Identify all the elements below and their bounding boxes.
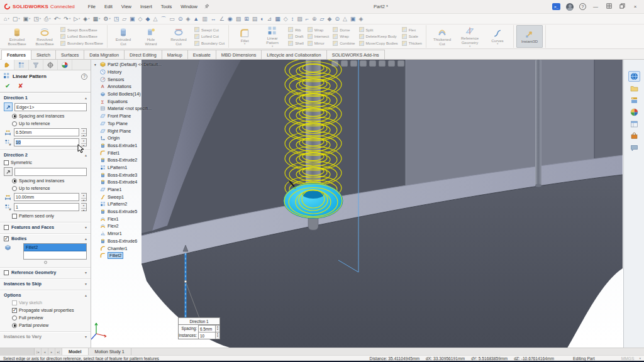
- quick-tool-icon[interactable]: ⊿: [267, 16, 272, 22]
- bodies-list-item[interactable]: Fillet2: [24, 244, 86, 251]
- display-style-icon[interactable]: [379, 60, 386, 67]
- pattern-seed-only-checkbox[interactable]: [12, 214, 17, 219]
- tree-item-boss-extrude6[interactable]: Boss-Extrude6: [94, 238, 162, 245]
- titlebar-tool-icon[interactable]: ⎙▾: [44, 16, 50, 22]
- appearances-scenes-tab[interactable]: [628, 107, 640, 118]
- custom-properties-tab[interactable]: [628, 119, 640, 129]
- previous-view-icon[interactable]: [350, 60, 357, 67]
- tab-evaluate[interactable]: Evaluate: [187, 50, 216, 59]
- expand-icon[interactable]: ▾: [85, 282, 87, 286]
- collapse-icon[interactable]: ▴: [85, 236, 87, 241]
- tab-surfaces[interactable]: Surfaces: [55, 50, 84, 59]
- direction2-reference-button[interactable]: [4, 167, 13, 176]
- partial-preview-radio[interactable]: [12, 323, 17, 328]
- lofted-cut-button[interactable]: Lofted Cut: [194, 34, 225, 39]
- thicken-button[interactable]: Thicken: [402, 41, 422, 46]
- tree-item-right-plane[interactable]: Right Plane: [94, 127, 162, 134]
- restore-button[interactable]: [618, 3, 626, 10]
- reference-geometry-checkbox[interactable]: [4, 270, 9, 275]
- tree-item-boss-extrude1[interactable]: Boss-Extrude1: [94, 142, 162, 150]
- dropdown-caret-icon[interactable]: ▾: [244, 43, 245, 45]
- menu-insert[interactable]: Insert: [136, 2, 157, 11]
- tab-lifecycle-and-collaboration[interactable]: Lifecycle and Collaboration: [261, 50, 326, 59]
- tree-item-part2-default-default[interactable]: ▾Part2 (Default) <<Default...: [94, 61, 162, 69]
- lofted-boss-base-button[interactable]: Lofted Boss/Base: [60, 34, 103, 39]
- move-copy-bodies-button[interactable]: Move/Copy Bodies: [359, 41, 398, 46]
- menu-window[interactable]: Window: [176, 2, 202, 11]
- expand-icon[interactable]: ▾: [85, 225, 87, 229]
- part-rod-right[interactable]: [535, 60, 541, 187]
- fillet-button[interactable]: Fillet▾: [231, 25, 258, 48]
- quick-tool-icon[interactable]: ◐: [260, 16, 264, 22]
- tab-scroll-button[interactable]: ▸|: [55, 348, 62, 355]
- collapse-icon[interactable]: ▴: [85, 153, 87, 157]
- tree-item-front-plane[interactable]: Front Plane: [94, 112, 162, 120]
- revolved-boss-base-button[interactable]: RevolvedBoss/Base: [31, 25, 58, 48]
- tab-sketch[interactable]: Sketch: [31, 50, 56, 59]
- callout-spinner[interactable]: ▲▼: [215, 325, 219, 332]
- tree-item-boss-extrude2[interactable]: Boss-Extrude2: [94, 156, 162, 164]
- tree-item-fillet1[interactable]: Fillet1: [94, 149, 162, 156]
- titlebar-tool-icon[interactable]: ↷▾: [64, 16, 70, 22]
- 3dexperience-launcher-icon[interactable]: >_: [552, 3, 560, 10]
- feature-manager-tab[interactable]: [14, 60, 29, 70]
- quick-tool-icon[interactable]: ∠: [219, 16, 225, 22]
- tree-item-top-plane[interactable]: Top Plane: [94, 120, 162, 128]
- tab-mbd-dimensions[interactable]: MBD Dimensions: [216, 50, 262, 59]
- menu-tools[interactable]: Tools: [157, 2, 177, 11]
- wrap-button[interactable]: Wrap: [333, 34, 355, 39]
- quick-tool-icon[interactable]: ↔: [211, 16, 216, 22]
- quick-tool-icon[interactable]: ▣: [350, 16, 356, 22]
- direction1-reference-button[interactable]: [4, 102, 13, 111]
- instances-skip-header[interactable]: Instances to Skip: [4, 281, 42, 287]
- status-units[interactable]: MMGS: [621, 356, 635, 361]
- quick-tool-icon[interactable]: ▨: [297, 16, 303, 22]
- menu-edit[interactable]: Edit: [100, 2, 117, 11]
- quick-tool-icon[interactable]: ⊙: [178, 16, 183, 22]
- extruded-cut-button[interactable]: ExtrudedCut: [110, 25, 136, 48]
- combine-button[interactable]: Combine: [333, 41, 355, 46]
- linear-pattern-button[interactable]: LinearPattern▾: [259, 25, 286, 48]
- curves-button[interactable]: Curves▾: [484, 25, 511, 48]
- titlebar-tool-icon[interactable]: ⚙▾: [103, 16, 110, 22]
- expand-icon[interactable]: ▾: [85, 270, 87, 275]
- quick-tool-icon[interactable]: △: [343, 16, 347, 22]
- tab-data-migration[interactable]: Data Migration: [84, 50, 125, 59]
- spacing-instances-radio2[interactable]: [12, 178, 17, 184]
- direction2-header[interactable]: Direction 2: [4, 152, 28, 158]
- minimize-button[interactable]: —: [592, 4, 599, 9]
- direction1-spacing-input[interactable]: 6.50mm: [14, 128, 79, 136]
- direction2-instances-input[interactable]: 1: [14, 203, 79, 211]
- spacing-instances-radio[interactable]: [12, 114, 17, 119]
- status-units-caret[interactable]: ▾: [639, 356, 641, 360]
- titlebar-tool-icon[interactable]: ▦▾: [93, 16, 101, 22]
- user-avatar[interactable]: [566, 3, 574, 11]
- full-preview-radio[interactable]: [12, 315, 17, 321]
- swept-boss-base-button[interactable]: Swept Boss/Base: [60, 27, 103, 32]
- tree-item-boss-extrude3[interactable]: Boss-Extrude3: [94, 171, 162, 178]
- titlebar-tool-icon[interactable]: ▢▾: [13, 16, 20, 22]
- bodies-header[interactable]: Bodies: [11, 236, 26, 241]
- tree-item-lpattern2[interactable]: LPattern2: [94, 200, 162, 208]
- dimxpert-manager-tab[interactable]: [43, 60, 58, 70]
- menu-view[interactable]: View: [117, 2, 136, 11]
- quick-tool-icon[interactable]: ▲: [193, 16, 199, 22]
- direction1-header[interactable]: Direction 1: [4, 95, 28, 101]
- titlebar-tool-icon[interactable]: ↶▾: [54, 16, 61, 22]
- quick-tool-icon[interactable]: ◈: [186, 16, 190, 22]
- tree-item-history[interactable]: History: [94, 69, 162, 76]
- spacing-spinner[interactable]: [81, 128, 87, 136]
- direction1-reference-input[interactable]: Edge<1>: [14, 103, 87, 111]
- quick-tool-icon[interactable]: ⊙: [335, 16, 340, 22]
- tab-scroll-button[interactable]: ◂: [42, 348, 48, 355]
- quick-tool-icon[interactable]: △: [153, 16, 157, 22]
- pin-icon[interactable]: [204, 4, 209, 10]
- tree-item-sensors[interactable]: Sensors: [94, 75, 162, 83]
- tab-scroll-button[interactable]: |◂: [35, 348, 42, 355]
- hide-show-icon[interactable]: [388, 60, 395, 67]
- tab-features[interactable]: Features: [1, 50, 31, 60]
- tab-motion-study-1[interactable]: Motion Study 1: [89, 348, 131, 355]
- zoom-area-icon[interactable]: [341, 60, 348, 67]
- tree-item-origin[interactable]: Origin: [94, 134, 162, 142]
- close-button[interactable]: ×: [631, 4, 639, 9]
